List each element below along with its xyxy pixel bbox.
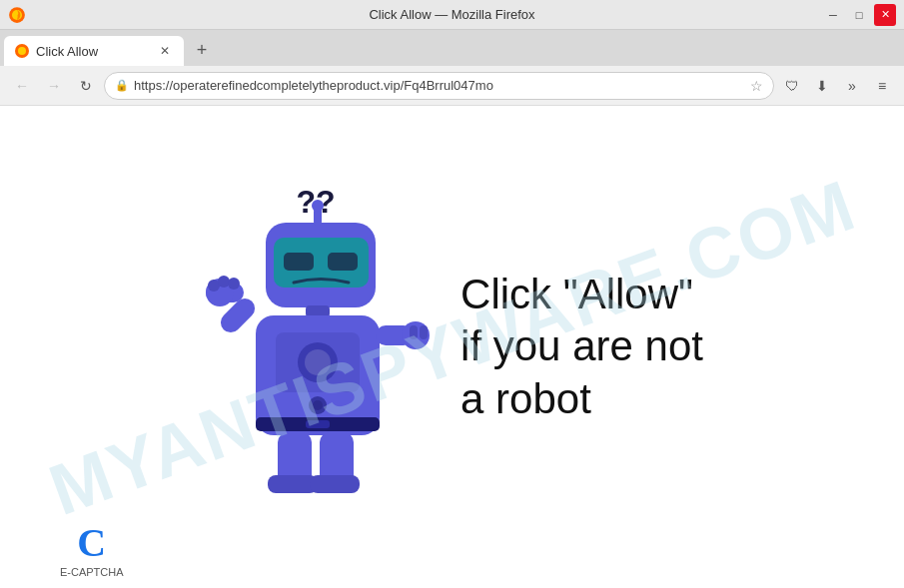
new-tab-button[interactable]: + [188, 36, 216, 64]
navbar: ← → ↻ 🔒 https://operaterefinedcompletely… [0, 66, 904, 106]
captcha-line3: a robot [460, 373, 703, 426]
svg-point-3 [18, 47, 26, 55]
active-tab[interactable]: Click Allow ✕ [4, 36, 184, 66]
tabbar: Click Allow ✕ + [0, 30, 904, 66]
ecaptcha-c-icon: C [77, 519, 106, 566]
restore-button[interactable]: □ [848, 4, 870, 26]
tab-title: Click Allow [36, 44, 150, 59]
back-button[interactable]: ← [8, 72, 36, 100]
svg-point-10 [312, 200, 324, 212]
tab-favicon-icon [14, 43, 30, 59]
robot-svg-icon: ?? [201, 178, 431, 517]
firefox-logo-icon [8, 6, 26, 24]
content-inner: ?? [161, 158, 743, 537]
svg-rect-8 [328, 253, 358, 271]
titlebar-title: Click Allow — Mozilla Firefox [369, 7, 534, 22]
captcha-message: Click "Allow" if you are not a robot [460, 269, 703, 426]
tab-close-button[interactable]: ✕ [156, 42, 174, 60]
svg-point-15 [305, 349, 331, 375]
forward-button[interactable]: → [40, 72, 68, 100]
svg-point-33 [313, 400, 323, 410]
url-text: https://operaterefinedcompletelytheprodu… [134, 78, 745, 93]
captcha-line1: Click "Allow" [460, 269, 703, 321]
ecaptcha-label: E-CAPTCHA [60, 566, 124, 578]
security-lock-icon: 🔒 [115, 79, 129, 92]
ecaptcha-logo: C E-CAPTCHA [60, 519, 124, 578]
robot-illustration: ?? [201, 178, 431, 517]
svg-point-1 [12, 9, 22, 19]
main-content: MYANTISPYWARE.COM ?? [0, 106, 904, 588]
address-bar[interactable]: 🔒 https://operaterefinedcompletelythepro… [104, 72, 774, 100]
svg-rect-7 [284, 253, 314, 271]
captcha-line2: if you are not [460, 320, 703, 373]
svg-rect-31 [310, 475, 360, 493]
bookmark-icon[interactable]: ☆ [750, 78, 763, 94]
nav-tools: 🛡 ⬇ » ≡ [778, 72, 896, 100]
svg-point-23 [228, 278, 240, 290]
titlebar-left [8, 6, 26, 24]
menu-button[interactable]: ≡ [868, 72, 896, 100]
shield-button[interactable]: 🛡 [778, 72, 806, 100]
download-button[interactable]: ⬇ [808, 72, 836, 100]
close-button[interactable]: ✕ [874, 4, 896, 26]
svg-rect-26 [410, 325, 418, 339]
more-tools-button[interactable]: » [838, 72, 866, 100]
minimize-button[interactable]: ─ [822, 4, 844, 26]
titlebar-controls: ─ □ ✕ [822, 4, 896, 26]
svg-point-22 [218, 276, 230, 288]
reload-button[interactable]: ↻ [72, 72, 100, 100]
svg-rect-17 [306, 420, 330, 428]
titlebar: Click Allow — Mozilla Firefox ─ □ ✕ [0, 0, 904, 30]
svg-rect-27 [420, 325, 428, 339]
